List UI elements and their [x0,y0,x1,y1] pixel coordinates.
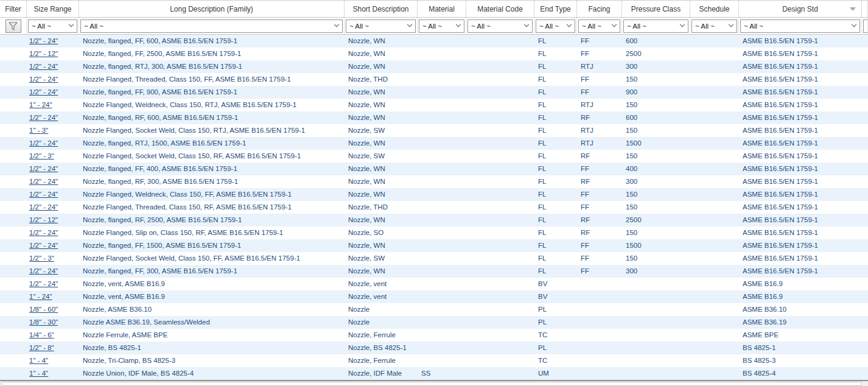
table-row[interactable]: 1" - 24"Nozzle, vent, ASME B16.9Nozzle, … [0,290,868,303]
table-row[interactable]: 1/2" - 3"Nozzle Flanged, Socket Weld, Cl… [0,150,868,163]
table-row[interactable]: 1/2" - 24"Nozzle, flanged, RF, 300, ASME… [0,175,868,188]
cell-size_range: 1/2" - 24" [27,226,79,239]
table-row[interactable]: 1/2" - 3"Nozzle Flanged, Socket Weld, Cl… [0,252,868,265]
table-row[interactable]: 1/2" - 8"Nozzle, BS 4825-1Nozzle, BS 482… [0,342,868,354]
size-range-link[interactable]: 1/8" - 30" [29,318,58,326]
size-range-link[interactable]: 1/2" - 24" [29,280,58,287]
filter-combobox-schedule[interactable]: ~ All ~ [691,19,737,33]
column-header-label: Long Description (Family) [170,5,253,13]
filter-combobox-short_desc[interactable]: ~ All ~ [346,19,416,33]
size-range-link[interactable]: 1/2" - 3" [29,152,54,160]
size-range-link[interactable]: 1" - 4" [29,370,48,377]
table-row[interactable]: 1" - 4"Nozzle, Tri-Clamp, BS 4825-3Nozzl… [0,354,868,367]
size-range-link[interactable]: 1/2" - 24" [29,242,58,249]
filter-cell-schedule: ~ All ~ [690,18,739,34]
cell-pressure_class: 900 [622,86,690,99]
size-range-link[interactable]: 1/2" - 24" [29,229,58,236]
table-row[interactable]: 1/2" - 24"Nozzle, flanged, FF, 400, ASME… [0,163,868,175]
filter-combobox-material[interactable]: ~ All ~ [419,19,464,33]
size-range-link[interactable]: 1/2" - 24" [29,267,58,275]
table-row[interactable]: 1/2" - 24"Nozzle Flanged, Threaded, Clas… [0,73,868,86]
size-range-link[interactable]: 1" - 24" [29,293,52,300]
cell-filter [0,47,27,60]
size-range-link[interactable]: 1/2" - 24" [29,37,58,44]
cell-size_range: 1" - 3" [27,124,79,137]
filter-combobox-size_range[interactable]: ~ All ~ [28,19,77,33]
size-range-link[interactable]: 1/2" - 24" [29,114,58,121]
table-row[interactable]: 1" - 24"Nozzle Flanged, Weldneck, Class … [0,99,868,111]
column-header-end_type[interactable]: End Type [534,1,577,17]
cell-size_range: 1/2" - 24" [27,86,79,99]
cell-design_std: ASME B16.5/EN 1759-1 [739,226,862,239]
cell-overflow [862,111,868,124]
filter-combobox-overflow[interactable]: ~ All ~ [863,19,868,33]
table-row[interactable]: 1/2" - 24"Nozzle, flanged, FF, 1500, ASM… [0,239,868,252]
cell-pressure_class [622,367,690,380]
table-row[interactable]: 1/2" - 24"Nozzle Flanged, Weldneck, Clas… [0,188,868,201]
size-range-link[interactable]: 1/2" - 12" [29,216,58,223]
size-range-link[interactable]: 1/2" - 24" [29,75,58,83]
cell-size_range: 1/2" - 24" [27,201,79,214]
cell-end_type: FL [534,35,577,47]
size-range-link[interactable]: 1/2" - 24" [29,165,58,172]
table-row[interactable]: 1/8" - 60"Nozzle, ASME B36.10NozzlePLASM… [0,303,868,316]
cell-short_desc: Nozzle, THD [345,73,418,86]
column-header-material_code[interactable]: Material Code [466,1,534,17]
cell-facing: FF [577,188,622,201]
size-range-link[interactable]: 1/2" - 24" [29,63,58,70]
column-header-size_range[interactable]: Size Range [27,1,79,17]
horizontal-scrollbar[interactable] [0,380,868,386]
column-header-material[interactable]: Material [418,1,466,17]
table-row[interactable]: 1" - 3"Nozzle Flanged, Socket Weld, Clas… [0,124,868,137]
filter-combobox-end_type[interactable]: ~ All ~ [536,19,575,33]
size-range-link[interactable]: 1/2" - 24" [29,191,58,198]
column-header-overflow[interactable] [862,1,868,17]
filter-combobox-pressure_class[interactable]: ~ All ~ [623,19,688,33]
size-range-link[interactable]: 1" - 4" [29,357,48,364]
table-row[interactable]: 1/8" - 30"Nozzle ASME B36.19, Seamless/W… [0,316,868,329]
table-row[interactable]: 1/4" - 6"Nozzle Ferrule, ASME BPENozzle,… [0,329,868,342]
column-header-schedule[interactable]: Schedule [690,1,739,17]
column-header-design_std[interactable]: Design Std [739,1,862,17]
table-row[interactable]: 1" - 4"Nozzle Union, IDF Male, BS 4825-4… [0,367,868,380]
table-row[interactable]: 1/2" - 24"Nozzle Flanged, Slip on, Class… [0,226,868,239]
filter-combobox-design_std[interactable]: ~ All ~ [740,19,860,33]
size-range-link[interactable]: 1/2" - 24" [29,88,58,96]
column-header-short_desc[interactable]: Short Description [345,1,418,17]
size-range-link[interactable]: 1/2" - 3" [29,254,54,262]
size-range-link[interactable]: 1/4" - 6" [29,331,54,339]
sort-descending-icon [850,7,856,11]
cell-overflow [862,329,868,342]
filter-combobox-long_desc[interactable]: ~ All ~ [80,19,343,33]
table-row[interactable]: 1/2" - 24"Nozzle, flanged, RTJ, 1500, AS… [0,137,868,150]
table-row[interactable]: 1/2" - 24"Nozzle, flanged, RF, 600, ASME… [0,111,868,124]
scrollbar-thumb[interactable] [1,382,862,386]
table-row[interactable]: 1/2" - 24"Nozzle, flanged, FF, 300, ASME… [0,265,868,278]
cell-pressure_class [622,278,690,290]
filter-combobox-facing[interactable]: ~ All ~ [578,19,620,33]
filter-combobox-material_code[interactable]: ~ All ~ [467,19,533,33]
column-header-long_desc[interactable]: Long Description (Family) [79,1,345,17]
table-row[interactable]: 1/2" - 12"Nozzle, flanged, FF, 2500, ASM… [0,47,868,60]
size-range-link[interactable]: 1" - 3" [29,127,48,134]
table-row[interactable]: 1/2" - 24"Nozzle, vent, ASME B16.9Nozzle… [0,278,868,290]
cell-filter [0,342,27,354]
size-range-link[interactable]: 1/2" - 24" [29,203,58,211]
size-range-link[interactable]: 1/2" - 24" [29,139,58,147]
filter-button[interactable] [5,19,21,33]
size-range-link[interactable]: 1/2" - 12" [29,50,58,57]
column-header-facing[interactable]: Facing [577,1,622,17]
cell-schedule [690,252,739,265]
column-header-filter[interactable]: Filter [0,1,27,17]
table-row[interactable]: 1/2" - 24"Nozzle, flanged, RTJ, 300, ASM… [0,60,868,73]
size-range-link[interactable]: 1" - 24" [29,101,52,108]
column-header-pressure_class[interactable]: Pressure Class [622,1,690,17]
table-row[interactable]: 1/2" - 12"Nozzle, flanged, RF, 2500, ASM… [0,214,868,226]
size-range-link[interactable]: 1/2" - 24" [29,178,58,185]
table-row[interactable]: 1/2" - 24"Nozzle, flanged, FF, 900, ASME… [0,86,868,99]
size-range-link[interactable]: 1/2" - 8" [29,344,54,351]
table-row[interactable]: 1/2" - 24"Nozzle, flanged, FF, 600, ASME… [0,35,868,47]
size-range-link[interactable]: 1/8" - 60" [29,306,58,313]
cell-material_code [466,278,534,290]
table-row[interactable]: 1/2" - 24"Nozzle Flanged, Threaded, Clas… [0,201,868,214]
